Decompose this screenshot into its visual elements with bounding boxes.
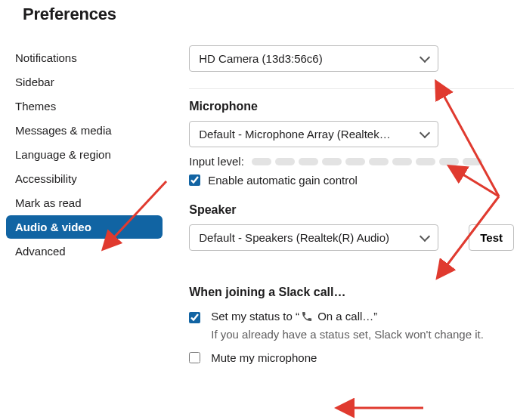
- divider: [189, 88, 514, 89]
- microphone-heading: Microphone: [189, 100, 514, 113]
- camera-select[interactable]: HD Camera (13d3:56c6): [189, 45, 438, 72]
- main-panel: HD Camera (13d3:56c6) Microphone Default…: [163, 45, 514, 367]
- page-title: Preferences: [0, 0, 514, 24]
- set-status-label: Set my status to “ On a call…”: [211, 310, 377, 325]
- joining-heading: When joining a Slack call…: [189, 286, 514, 299]
- input-level-row: Input level:: [189, 155, 514, 168]
- sidebar-item-themes[interactable]: Themes: [6, 94, 163, 118]
- sidebar-item-messages[interactable]: Messages & media: [6, 119, 163, 142]
- gain-row: Enable automatic gain control: [189, 174, 514, 187]
- speaker-heading: Speaker: [189, 203, 514, 217]
- sidebar-item-mark-read[interactable]: Mark as read: [6, 191, 163, 215]
- mute-mic-label: Mute my microphone: [211, 351, 317, 364]
- sidebar-item-notifications[interactable]: Notifications: [6, 46, 163, 69]
- sidebar-item-language[interactable]: Language & region: [6, 143, 163, 166]
- chevron-down-icon: [420, 127, 430, 137]
- sidebar-item-audio-video[interactable]: Audio & video: [6, 215, 163, 239]
- input-level-meter: [252, 158, 482, 165]
- speaker-value: Default - Speakers (Realtek(R) Audio): [199, 231, 389, 244]
- gain-checkbox[interactable]: [189, 174, 200, 186]
- sidebar-item-sidebar[interactable]: Sidebar: [6, 70, 163, 94]
- speaker-test-button[interactable]: Test: [469, 224, 514, 251]
- speaker-select[interactable]: Default - Speakers (Realtek(R) Audio): [189, 224, 438, 251]
- input-level-label: Input level:: [189, 155, 244, 168]
- set-status-checkbox[interactable]: [189, 312, 200, 323]
- microphone-select[interactable]: Default - Microphone Array (Realtek…: [189, 121, 438, 147]
- camera-value: HD Camera (13d3:56c6): [199, 52, 322, 65]
- phone-icon: [301, 310, 313, 325]
- mute-mic-checkbox[interactable]: [189, 352, 200, 363]
- set-status-subtext: If you already have a status set, Slack …: [211, 328, 514, 341]
- chevron-down-icon: [420, 51, 430, 62]
- sidebar-item-advanced[interactable]: Advanced: [6, 239, 163, 263]
- gain-label: Enable automatic gain control: [208, 174, 358, 187]
- chevron-down-icon: [420, 230, 430, 241]
- microphone-value: Default - Microphone Array (Realtek…: [199, 128, 390, 141]
- sidebar: Notifications Sidebar Themes Messages & …: [0, 45, 163, 367]
- sidebar-item-accessibility[interactable]: Accessibility: [6, 167, 163, 190]
